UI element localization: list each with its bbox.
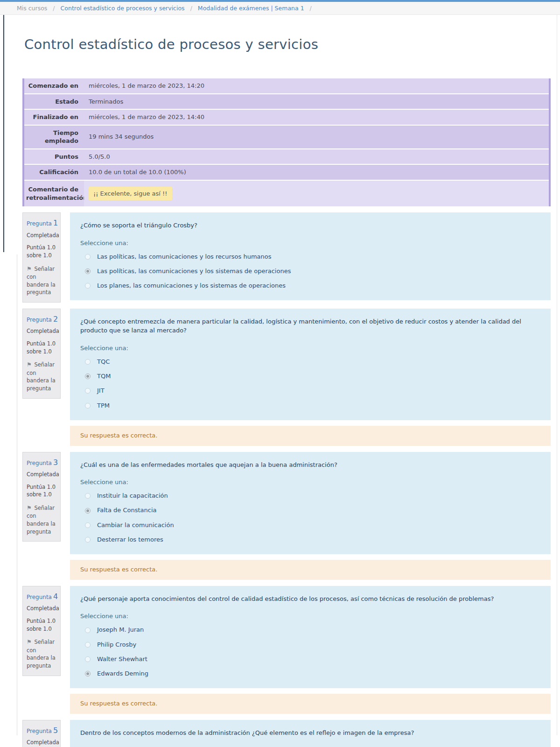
answer-option[interactable]: Walter Shewhart — [80, 655, 540, 663]
flag-question-link[interactable]: ⚑ Señalar con bandera la pregunta — [27, 361, 56, 392]
breadcrumb: Mis cursos / Control estadístico de proc… — [0, 2, 560, 15]
question-content: ¿Qué concepto entremezcla de manera part… — [70, 309, 551, 420]
answer-prompt: Seleccione una: — [80, 240, 540, 247]
answer-option-label: Las políticas, las comunicaciones y los … — [97, 253, 272, 261]
radio-button[interactable] — [85, 493, 91, 499]
summary-row-value: ¡¡ Excelente, sigue así !! — [84, 181, 549, 207]
answer-option[interactable]: JIT — [80, 387, 540, 395]
answer-option-label: Walter Shewhart — [97, 655, 147, 663]
radio-button[interactable] — [85, 656, 91, 662]
summary-row-label: Estado — [24, 94, 84, 109]
answer-feedback: Su respuesta es correcta. — [70, 560, 551, 580]
radio-button[interactable] — [85, 254, 91, 260]
answer-option-label: Philip Crosby — [97, 641, 136, 649]
answer-option[interactable]: Falta de Constancia — [80, 506, 540, 514]
radio-button[interactable] — [85, 508, 91, 514]
question-points: Puntúa 1.0 sobre 1.0 — [27, 617, 56, 633]
radio-button[interactable] — [85, 374, 91, 379]
answer-prompt: Seleccione una: — [80, 479, 540, 486]
flag-icon: ⚑ — [27, 266, 32, 272]
summary-row: Tiempo empleado 19 mins 34 segundos — [24, 125, 549, 148]
feedback-chip: ¡¡ Excelente, sigue así !! — [89, 187, 172, 201]
summary-row-label: Calificación — [24, 165, 84, 180]
radio-button[interactable] — [85, 627, 91, 633]
question-points: Puntúa 1.0 sobre 1.0 — [27, 340, 56, 355]
radio-button[interactable] — [85, 522, 91, 528]
answer-option[interactable]: Philip Crosby — [80, 641, 540, 649]
summary-row-value: 5.0/5.0 — [84, 149, 549, 164]
answer-option-label: Joseph M. Juran — [97, 626, 144, 634]
radio-button[interactable] — [85, 359, 91, 365]
summary-row: Puntos 5.0/5.0 — [24, 148, 549, 164]
answer-option[interactable]: TQM — [80, 372, 540, 381]
answer-option-label: Cambiar la comunicación — [97, 521, 174, 529]
answer-option-label: Los planes, las comunicaciones y los sis… — [97, 282, 286, 290]
window-edge-line — [17, 254, 17, 735]
radio-button[interactable] — [85, 283, 91, 289]
question-info-box: Pregunta2 Completada Puntúa 1.0 sobre 1.… — [22, 309, 61, 399]
answer-option-label: TQM — [97, 372, 111, 381]
summary-row-value: 10.0 de un total de 10.0 (100%) — [84, 165, 549, 180]
answer-option-label: Falta de Constancia — [97, 506, 157, 514]
question-info-box: Pregunta3 Completada Puntúa 1.0 sobre 1.… — [22, 452, 61, 542]
question-number: Pregunta4 — [27, 591, 56, 602]
flag-icon: ⚑ — [27, 361, 32, 368]
question-info-box: Pregunta1 Completada Puntúa 1.0 sobre 1.… — [22, 212, 61, 303]
answer-option[interactable]: Edwards Deming — [80, 669, 540, 678]
question-text: ¿Cómo se soporta el triángulo Crosby? — [80, 221, 540, 230]
summary-row: Comenzado en miércoles, 1 de marzo de 20… — [24, 78, 549, 93]
flag-question-link[interactable]: ⚑ Señalar con bandera la pregunta — [27, 638, 56, 669]
question-block: Pregunta1 Completada Puntúa 1.0 sobre 1.… — [22, 212, 551, 303]
page-title: Control estadístico de procesos y servic… — [24, 36, 560, 52]
question-text: ¿Cuál es una de las enfermedades mortale… — [80, 460, 540, 470]
question-number: Pregunta2 — [27, 314, 56, 324]
radio-button[interactable] — [85, 642, 91, 648]
breadcrumb-my-courses[interactable]: Mis cursos — [17, 5, 47, 12]
question-status: Completada — [27, 327, 56, 335]
answer-option-label: TQC — [97, 358, 110, 366]
answer-option-label: Desterrar los temores — [97, 536, 163, 544]
answer-option[interactable]: Las políticas, las comunicaciones y los … — [80, 253, 540, 261]
answer-option[interactable]: TQC — [80, 358, 540, 366]
answer-option[interactable]: Cambiar la comunicación — [80, 521, 540, 529]
answer-option[interactable]: Instituir la capacitación — [80, 492, 540, 500]
flag-icon: ⚑ — [27, 505, 32, 511]
question-block: Pregunta5 Completada Puntúa 1.0 sobre 1.… — [22, 720, 551, 747]
question-text: Dentro de los conceptos modernos de la a… — [80, 728, 540, 738]
summary-row-value: Terminados — [84, 94, 549, 109]
question-text: ¿Qué concepto entremezcla de manera part… — [80, 317, 540, 335]
question-number: Pregunta5 — [27, 725, 56, 736]
answer-option[interactable]: Las políticas, las comunicaciones y los … — [80, 267, 540, 275]
answer-feedback: Su respuesta es correcta. — [70, 694, 551, 714]
flag-icon: ⚑ — [27, 639, 32, 645]
breadcrumb-quiz-link[interactable]: Modalidad de exámenes | Semana 1 — [198, 5, 304, 12]
question-status: Completada — [27, 605, 56, 613]
question-points: Puntúa 1.0 sobre 1.0 — [27, 244, 56, 259]
radio-button[interactable] — [85, 537, 91, 543]
answer-option[interactable]: Desterrar los temores — [80, 536, 540, 544]
answer-option[interactable]: Los planes, las comunicaciones y los sis… — [80, 282, 540, 290]
flag-question-link[interactable]: ⚑ Señalar con bandera la pregunta — [27, 504, 56, 536]
radio-button[interactable] — [85, 268, 91, 274]
radio-button[interactable] — [85, 671, 91, 677]
answer-option[interactable]: TPM — [80, 402, 540, 410]
window-edge-line — [557, 15, 557, 735]
question-block: Pregunta4 Completada Puntúa 1.0 sobre 1.… — [22, 586, 551, 714]
window-edge-line — [3, 15, 4, 252]
answer-option[interactable]: Joseph M. Juran — [80, 626, 540, 634]
summary-row-label: Puntos — [24, 149, 84, 164]
summary-row-value: 19 mins 34 segundos — [84, 129, 549, 144]
answer-option-label: TPM — [97, 402, 110, 410]
summary-row: Estado Terminados — [24, 93, 549, 109]
radio-button[interactable] — [85, 388, 91, 394]
question-points: Puntúa 1.0 sobre 1.0 — [27, 483, 56, 499]
radio-button[interactable] — [85, 403, 91, 409]
question-content: ¿Cuál es una de las enfermedades mortale… — [70, 452, 551, 554]
question-status: Completada — [27, 232, 56, 240]
summary-row: Calificación 10.0 de un total de 10.0 (1… — [24, 164, 549, 180]
question-number: Pregunta1 — [27, 218, 56, 228]
breadcrumb-course-link[interactable]: Control estadístico de procesos y servic… — [61, 5, 185, 12]
question-info-box: Pregunta4 Completada Puntúa 1.0 sobre 1.… — [22, 586, 61, 676]
flag-question-link[interactable]: ⚑ Señalar con bandera la pregunta — [27, 265, 56, 296]
question-status: Completada — [27, 739, 56, 747]
